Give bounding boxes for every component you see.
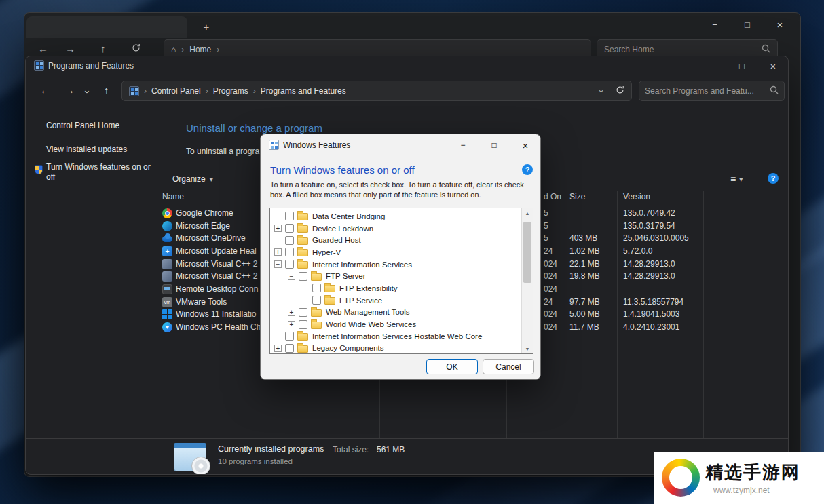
feature-row-ftp-server[interactable]: − FTP Server [270, 270, 521, 282]
feature-checkbox[interactable] [312, 284, 321, 292]
tree-expander-icon[interactable]: − [288, 273, 295, 280]
watermark-title: 精选手游网 [705, 461, 800, 484]
feature-checkbox[interactable] [285, 248, 294, 256]
uac-shield-icon [35, 165, 43, 174]
search-box[interactable] [639, 81, 785, 101]
column-version[interactable]: Version [623, 192, 650, 201]
tree-expander-icon[interactable]: + [274, 225, 282, 232]
feature-row-guarded-host[interactable]: Guarded Host [270, 234, 521, 246]
back-icon[interactable]: ← [38, 43, 48, 54]
tree-expander-icon[interactable]: + [274, 345, 282, 352]
minimize-button[interactable]: − [449, 136, 476, 155]
title-bar[interactable]: Programs and Features − □ × [26, 56, 788, 75]
program-installed-on: 024 [544, 309, 557, 319]
feature-row-data-center-bridging[interactable]: Data Center Bridging [270, 210, 521, 222]
feature-row-ftp-service[interactable]: FTP Service [270, 294, 521, 307]
feature-row-ftp-extensibility[interactable]: FTP Extensibility [270, 282, 521, 294]
feature-row-legacy-components[interactable]: + Legacy Components [270, 343, 521, 354]
forward-icon[interactable]: → [64, 84, 75, 96]
feature-row-internet-information-services[interactable]: − Internet Information Services [270, 258, 521, 271]
feature-checkbox[interactable] [299, 308, 307, 317]
explorer-search-input[interactable] [604, 45, 762, 54]
minimize-button[interactable]: − [701, 16, 728, 33]
program-name: Windows 11 Installatio [176, 309, 257, 319]
feature-checkbox[interactable] [299, 272, 307, 281]
recent-locations-icon[interactable]: › [82, 90, 94, 94]
help-icon[interactable]: ? [522, 164, 533, 175]
close-button[interactable]: × [512, 136, 539, 155]
column-installed-on[interactable]: d On [544, 192, 561, 201]
folder-icon [297, 261, 308, 269]
column-size[interactable]: Size [569, 192, 585, 201]
address-dropdown-icon[interactable]: › [596, 90, 606, 92]
close-button[interactable]: × [760, 57, 787, 75]
breadcrumb-home[interactable]: Home [189, 45, 211, 54]
program-installed-on: 24 [544, 246, 553, 256]
feature-checkbox[interactable] [312, 296, 321, 305]
scrollbar-thumb[interactable] [523, 222, 531, 283]
change-view-button[interactable]: ≡ ▾ [730, 172, 743, 187]
folder-icon [297, 213, 308, 220]
program-name: Microsoft Visual C++ 2 [176, 271, 258, 281]
close-button[interactable]: × [766, 16, 793, 33]
tree-expander-icon[interactable]: + [288, 309, 295, 316]
dialog-description: To turn a feature on, select its check b… [270, 180, 529, 200]
explorer-tab[interactable] [26, 16, 187, 38]
folder-icon [297, 345, 308, 353]
feature-label: FTP Server [326, 272, 366, 280]
forward-icon[interactable]: → [65, 43, 75, 54]
refresh-icon[interactable] [132, 43, 141, 54]
feature-row-world-wide-web-services[interactable]: + World Wide Web Services [270, 318, 521, 330]
feature-checkbox[interactable] [285, 344, 294, 353]
search-input[interactable] [645, 86, 766, 96]
tree-expander-icon[interactable]: + [274, 248, 282, 256]
cancel-button[interactable]: Cancel [483, 359, 534, 374]
sidebar-item-view-installed-updates[interactable]: View installed updates [46, 144, 127, 154]
breadcrumb-programs[interactable]: Programs [213, 86, 248, 96]
breadcrumb-control-panel[interactable]: Control Panel [151, 86, 201, 96]
maximize-button[interactable]: □ [728, 57, 755, 75]
up-icon[interactable]: ↑ [104, 84, 109, 96]
back-icon[interactable]: ← [40, 84, 50, 96]
feature-checkbox[interactable] [285, 260, 294, 269]
feature-checkbox[interactable] [299, 320, 307, 329]
program-version: 25.046.0310.0005 [623, 233, 689, 243]
program-size: 1.02 MB [569, 246, 600, 256]
ok-button[interactable]: OK [426, 359, 478, 374]
scroll-up-icon[interactable]: ▲ [522, 208, 533, 218]
tree-expander-icon[interactable]: + [288, 321, 295, 328]
program-installed-on: 024 [544, 322, 557, 332]
feature-row-device-lockdown[interactable]: + Device Lockdown [270, 222, 521, 235]
program-installed-on: 24 [544, 297, 553, 307]
remote-desktop-icon [162, 284, 172, 294]
feature-row-web-management-tools[interactable]: + Web Management Tools [270, 307, 521, 319]
dialog-title-bar[interactable]: Windows Features − □ × [261, 134, 540, 156]
feature-label: Legacy Components [312, 344, 383, 352]
minimize-button[interactable]: − [697, 57, 724, 75]
sidebar-item-control-panel-home[interactable]: Control Panel Home [46, 121, 119, 130]
maximize-button[interactable]: □ [734, 16, 761, 33]
feature-row-iis-hostable-web-core[interactable]: Internet Information Services Hostable W… [270, 330, 521, 343]
breadcrumb-programs-and-features[interactable]: Programs and Features [261, 86, 346, 96]
tree-expander-icon[interactable]: − [274, 260, 282, 268]
new-tab-button[interactable]: + [198, 18, 214, 35]
dialog-heading: Turn Windows features on or off [270, 164, 415, 176]
feature-label: Web Management Tools [326, 308, 410, 316]
feature-checkbox[interactable] [285, 236, 294, 245]
address-bar[interactable]: › Control Panel › Programs › Programs an… [121, 81, 632, 101]
column-name[interactable]: Name [162, 192, 184, 201]
refresh-icon[interactable] [616, 85, 624, 97]
scrollbar[interactable]: ▲ ▼ [521, 208, 533, 353]
maximize-button[interactable]: □ [481, 136, 508, 155]
scroll-down-icon[interactable]: ▼ [522, 344, 533, 353]
program-name: Microsoft Edge [176, 221, 230, 231]
organize-button[interactable]: Organize ▾ [168, 172, 217, 187]
sidebar-item-turn-windows-features[interactable]: Turn Windows features on or off [46, 162, 151, 182]
feature-row-hyper-v[interactable]: + Hyper-V [270, 246, 521, 258]
feature-checkbox[interactable] [285, 212, 294, 220]
program-name: VMware Tools [176, 297, 227, 307]
up-icon[interactable]: ↑ [100, 43, 106, 54]
feature-checkbox[interactable] [285, 224, 294, 233]
feature-checkbox[interactable] [285, 332, 294, 341]
help-icon[interactable]: ? [768, 173, 779, 184]
